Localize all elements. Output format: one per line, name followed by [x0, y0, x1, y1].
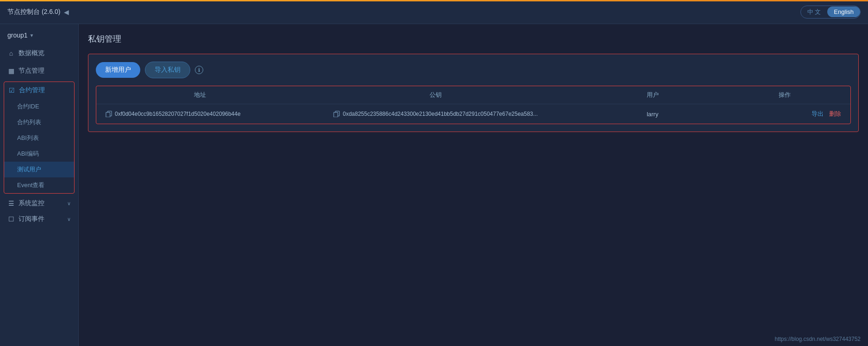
monitor-icon: ☰	[7, 200, 15, 207]
bell-icon: ☐	[7, 215, 15, 223]
subscribe-event-expand-icon: ∨	[67, 216, 71, 222]
contract-icon: ☑	[8, 87, 15, 94]
add-user-button[interactable]: 新增用户	[96, 62, 140, 78]
sidebar-item-contract-mgmt[interactable]: ☑ 合约管理	[4, 82, 74, 99]
footer-url: https://blog.csdn.net/ws327443752	[775, 336, 861, 342]
svg-rect-1	[106, 113, 110, 118]
delete-btn[interactable]: 删除	[829, 110, 841, 118]
cell-pubkey: 0xda8255c235886c4d243300e2130ed41bb5db27…	[294, 111, 577, 117]
lang-switcher: 中 文 English	[800, 6, 861, 19]
sidebar-item-contract-list[interactable]: 合约列表	[4, 114, 74, 130]
top-bar: 节点控制台 (2.6.0) ◀ 中 文 English	[0, 0, 868, 24]
sidebar-label-contract-ide: 合约IDE	[17, 103, 39, 110]
info-icon[interactable]: ℹ	[195, 66, 203, 74]
sidebar: group1 ▼ ⌂ 数据概览 ▦ 节点管理 ☑ 合约管理 合约IDE 合约列表	[0, 24, 79, 346]
col-user: 用户	[577, 91, 728, 99]
sidebar-item-contract-ide[interactable]: 合约IDE	[4, 99, 74, 114]
app-title: 节点控制台 (2.6.0)	[7, 8, 60, 16]
sidebar-label-contract-mgmt: 合约管理	[19, 86, 45, 94]
home-icon: ⌂	[7, 50, 15, 57]
sidebar-label-abi-encode: ABI编码	[17, 150, 39, 157]
sidebar-label-node-mgmt: 节点管理	[19, 67, 44, 75]
sidebar-item-abi-encode[interactable]: ABI编码	[4, 146, 74, 162]
table-row: 0xf0d04e0cc9b16528207027f1d5020e402096b4…	[96, 104, 850, 124]
sidebar-item-abi-list[interactable]: ABI列表	[4, 130, 74, 146]
content-area: 私钥管理 新增用户 导入私钥 ℹ 地址 公钥 用户 操作	[79, 24, 868, 346]
cell-actions: 导出 删除	[728, 110, 841, 118]
sidebar-item-test-user[interactable]: 测试用户	[4, 162, 74, 177]
col-actions: 操作	[728, 91, 841, 99]
sidebar-item-node-mgmt[interactable]: ▦ 节点管理	[0, 62, 78, 80]
pubkey-value: 0xda8255c235886c4d243300e2130ed41bb5db27…	[343, 111, 537, 117]
main-layout: group1 ▼ ⌂ 数据概览 ▦ 节点管理 ☑ 合约管理 合约IDE 合约列表	[0, 24, 868, 346]
svg-rect-3	[334, 113, 338, 118]
sidebar-item-system-monitor[interactable]: ☰ 系统监控 ∨	[0, 195, 78, 211]
sidebar-collapse-btn[interactable]: ◀	[64, 8, 69, 16]
key-table: 地址 公钥 用户 操作 0xf0d04e0cc9b16528207027f1d5…	[96, 86, 851, 124]
col-pubkey: 公钥	[294, 91, 577, 99]
contract-mgmt-section: ☑ 合约管理 合约IDE 合约列表 ABI列表 ABI编码 测试用户 Event…	[4, 82, 75, 194]
lang-en-btn[interactable]: English	[827, 6, 860, 17]
export-btn[interactable]: 导出	[812, 110, 824, 118]
system-monitor-expand-icon: ∨	[67, 201, 71, 207]
copy-pubkey-icon[interactable]	[333, 111, 340, 117]
sidebar-label-subscribe-event: 订阅事件	[19, 215, 44, 223]
sidebar-label-contract-list: 合约列表	[17, 119, 41, 126]
calendar-icon: ▦	[7, 67, 15, 75]
group-selector-arrow: ▼	[30, 33, 34, 38]
table-header: 地址 公钥 用户 操作	[96, 86, 850, 104]
page-title: 私钥管理	[88, 33, 859, 44]
toolbar: 新增用户 导入私钥 ℹ	[96, 62, 851, 78]
sidebar-item-event-query[interactable]: Event查看	[4, 177, 74, 193]
address-value: 0xf0d04e0cc9b16528207027f1d5020e402096b4…	[115, 111, 241, 117]
sidebar-item-data-overview[interactable]: ⌂ 数据概览	[0, 44, 78, 62]
top-bar-left: 节点控制台 (2.6.0) ◀	[7, 8, 69, 16]
sidebar-label-abi-list: ABI列表	[17, 134, 39, 141]
cell-address: 0xf0d04e0cc9b16528207027f1d5020e402096b4…	[106, 111, 294, 117]
import-key-button[interactable]: 导入私钥	[145, 62, 190, 78]
lang-cn-btn[interactable]: 中 文	[801, 6, 828, 18]
col-address: 地址	[106, 91, 294, 99]
sidebar-item-subscribe-event[interactable]: ☐ 订阅事件 ∨	[0, 211, 78, 227]
sidebar-label-test-user: 测试用户	[17, 166, 41, 173]
group-selector[interactable]: group1 ▼	[0, 28, 78, 44]
group-selector-label: group1	[7, 31, 28, 39]
sidebar-label-event-query: Event查看	[17, 182, 44, 189]
sidebar-label-system-monitor: 系统监控	[19, 199, 44, 208]
sidebar-label-data-overview: 数据概览	[19, 49, 44, 57]
user-value: larry	[647, 111, 658, 118]
copy-address-icon[interactable]	[106, 111, 112, 117]
cell-user: larry	[577, 111, 728, 118]
